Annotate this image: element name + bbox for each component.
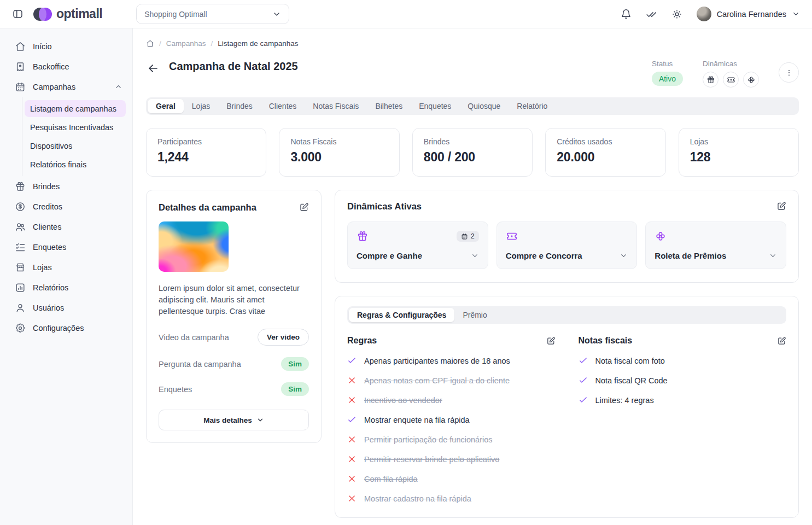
breadcrumb-current: Listagem de campanhas: [218, 39, 298, 48]
tab-enquetes[interactable]: Enquetes: [411, 99, 459, 113]
x-icon: [347, 435, 357, 444]
sidebar-subitem-relatorios-finais[interactable]: Relatórios finais: [25, 156, 126, 173]
detail-row-video: Video da campanha Ver video: [159, 329, 309, 346]
details-card-title: Detalhes da campanha: [159, 202, 256, 213]
campaign-details-card: Detalhes da campanha Lorem ipsum dolor s…: [146, 190, 322, 443]
tab-bilhetes[interactable]: Bilhetes: [367, 99, 411, 113]
chevron-down-icon[interactable]: [769, 252, 777, 260]
dynamics-block: Dinâmicas: [703, 60, 759, 88]
campaign-tabs: GeralLojasBrindesClientesNotas FiscaisBi…: [146, 97, 799, 115]
chevron-down-icon[interactable]: [471, 252, 479, 260]
x-icon: [347, 454, 357, 464]
back-arrow-icon[interactable]: [147, 62, 159, 74]
detail-row-enquetes: Enquetes Sim: [159, 382, 309, 396]
edit-dynamics-icon[interactable]: [776, 201, 786, 211]
sidebar-item-creditos[interactable]: Creditos: [0, 196, 132, 217]
gear-icon: [15, 323, 26, 334]
sidebar-item-usuarios[interactable]: Usuários: [0, 298, 132, 318]
status-label: Status: [652, 60, 683, 68]
theme-sun-icon[interactable]: [671, 9, 682, 20]
tab-notas-fiscais[interactable]: Notas Fiscais: [305, 99, 367, 113]
coupon-icon[interactable]: [723, 72, 739, 88]
user-menu[interactable]: Carolina Fernandes: [697, 7, 800, 21]
mais-detalhes-button[interactable]: Mais detalhes: [159, 410, 309, 430]
invoice-item: Nota fiscal com foto: [579, 356, 787, 365]
sidebar-item-campanhas[interactable]: Campanhas: [0, 77, 132, 97]
dynamic-card-compre-e-ganhe[interactable]: 2 Compre e Ganhe: [347, 221, 488, 269]
enquetes-badge: Sim: [281, 382, 309, 396]
sidebar-subitems: Listagem de campanhasPesquisas Incentiva…: [22, 97, 132, 176]
invoice-item: Limites: 4 regras: [579, 395, 787, 405]
sidebar-subitem-listagem-de-campanhas[interactable]: Listagem de campanhas: [25, 100, 126, 117]
chart-icon: [15, 282, 26, 293]
home-icon[interactable]: [146, 39, 154, 48]
clover-icon[interactable]: [743, 72, 759, 88]
tab-lojas[interactable]: Lojas: [184, 99, 218, 113]
stat-card-notas-fiscais: Notas Fiscais 3.000: [279, 128, 399, 177]
rule-item: Incentivo ao vendedor: [347, 395, 556, 405]
user-icon: [15, 302, 26, 313]
edit-details-icon[interactable]: [299, 202, 309, 212]
gift-icon[interactable]: [703, 72, 718, 88]
sidebar-item-relatorios[interactable]: Relatórios: [0, 277, 132, 298]
status-badge: Ativo: [652, 72, 683, 86]
rules-tab-regras-configuracoes[interactable]: Regras & Configurações: [349, 308, 454, 322]
invoice-item: Nota fiscal QR Code: [579, 376, 787, 385]
tab-quiosque[interactable]: Quiosque: [459, 99, 509, 113]
rules-title: Regras: [347, 336, 377, 346]
x-icon: [347, 376, 357, 385]
chevron-down-icon[interactable]: [620, 252, 628, 260]
coupon-icon: [506, 230, 518, 242]
sidebar-subitem-dispositivos[interactable]: Dispositivos: [25, 137, 126, 154]
tab-relatorio[interactable]: Relatório: [509, 99, 556, 113]
calendar-icon: [15, 81, 26, 92]
sidebar-item-configuracoes[interactable]: Configurações: [0, 318, 132, 338]
double-check-icon[interactable]: [646, 8, 657, 20]
stat-value: 3.000: [290, 150, 388, 165]
notifications-bell-icon[interactable]: [621, 9, 632, 20]
x-icon: [347, 395, 357, 405]
dynamic-card-roleta-de-premios[interactable]: Roleta de Prêmios: [645, 221, 786, 269]
chevron-up-icon: [114, 83, 122, 91]
sidebar-toggle-icon[interactable]: [12, 8, 24, 20]
gift-icon: [357, 230, 369, 242]
sidebar-item-brindes[interactable]: Brindes: [0, 176, 132, 196]
dynamic-name: Compre e Ganhe: [357, 251, 422, 260]
dynamic-card-compre-e-concorra[interactable]: Compre e Concorra: [496, 221, 638, 269]
more-actions-kebab-button[interactable]: [779, 62, 799, 83]
store-icon: [15, 262, 26, 273]
sidebar-item-enquetes[interactable]: Enquetes: [0, 237, 132, 257]
stat-value: 800 / 200: [424, 150, 521, 165]
sidebar-subitem-pesquisas-incentivadas[interactable]: Pesquisas Incentivadas: [25, 119, 126, 136]
check-icon: [347, 356, 357, 365]
tab-geral[interactable]: Geral: [148, 99, 184, 113]
tab-clientes[interactable]: Clientes: [261, 99, 305, 113]
edit-invoices-icon[interactable]: [777, 336, 786, 346]
brand-logo[interactable]: optimall: [33, 7, 102, 22]
mall-selector[interactable]: Shopping Optimall: [136, 4, 289, 24]
tab-brindes[interactable]: Brindes: [218, 99, 260, 113]
breadcrumb: / Campanhas / Listagem de campanhas: [146, 39, 799, 48]
top-bar: optimall Shopping Optimall Carolina Fern…: [0, 0, 812, 28]
ver-video-button[interactable]: Ver video: [258, 329, 309, 346]
breadcrumb-campanhas[interactable]: Campanhas: [166, 39, 206, 48]
check-icon: [579, 356, 588, 365]
sidebar-item-inicio[interactable]: Início: [0, 36, 132, 56]
stat-card-participantes: Participantes 1,244: [146, 128, 266, 177]
sidebar-item-lojas[interactable]: Lojas: [0, 257, 132, 277]
rules-tab-premio[interactable]: Prêmio: [454, 308, 495, 322]
dynamic-count-badge: 2: [457, 231, 479, 242]
home-icon: [15, 41, 26, 52]
sidebar-item-backoffice[interactable]: Backoffice: [0, 56, 132, 77]
dynamic-name: Compre e Concorra: [506, 251, 582, 260]
brand-name: optimall: [56, 7, 102, 21]
detail-row-pergunta: Pergunta da campanha Sim: [159, 357, 309, 371]
main-content: / Campanhas / Listagem de campanhas Camp…: [133, 28, 812, 525]
chevron-down-icon: [272, 10, 281, 19]
dynamics-label: Dinâmicas: [703, 60, 759, 68]
chevron-down-icon: [792, 10, 800, 18]
sidebar-item-clientes[interactable]: Clientes: [0, 217, 132, 237]
user-avatar: [697, 7, 711, 21]
dynamic-name: Roleta de Prêmios: [655, 251, 726, 260]
edit-rules-icon[interactable]: [546, 336, 556, 346]
